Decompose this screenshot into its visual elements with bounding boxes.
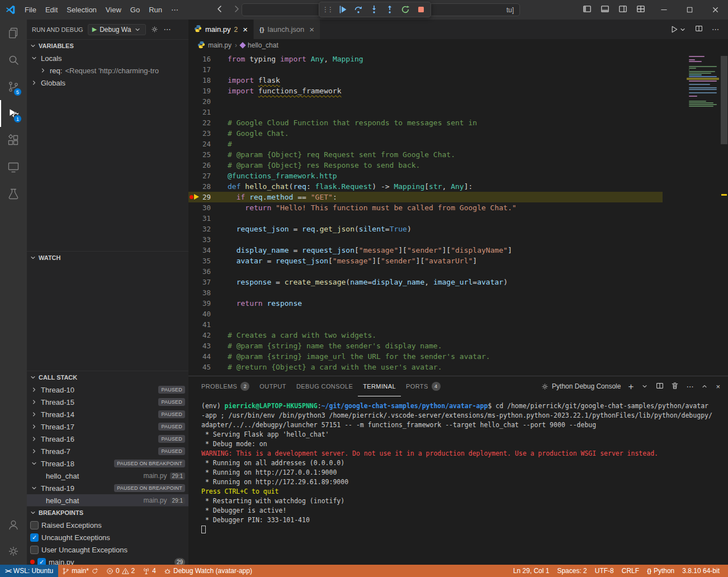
callstack-thread[interactable]: Thread-18PAUSED ON BREAKPOINT — [27, 457, 188, 470]
kill-terminal-button[interactable] — [671, 382, 679, 391]
variables-header[interactable]: VARIABLES — [27, 40, 188, 52]
panel-tab-terminal[interactable]: TERMINAL — [358, 376, 401, 396]
call-stack-header[interactable]: CALL STACK — [27, 371, 188, 384]
panel-tab-ports[interactable]: PORTS4 — [401, 376, 446, 396]
editor-gutter[interactable]: 19 — [188, 86, 220, 96]
close-button[interactable] — [702, 0, 728, 20]
line-number[interactable]: 27 — [202, 172, 211, 180]
toggle-panel-button[interactable] — [601, 4, 609, 15]
activitybar-testing[interactable] — [0, 181, 27, 207]
menu-edit[interactable]: Edit — [41, 3, 62, 16]
activitybar-run-and-debug[interactable]: 1 — [0, 100, 27, 127]
callstack-frame[interactable]: hello_chatmain.py29:1 — [27, 470, 188, 482]
editor-gutter[interactable]: 30 — [188, 202, 220, 213]
editor-gutter[interactable]: 43 — [188, 340, 220, 351]
editor-gutter[interactable]: 40 — [188, 309, 220, 319]
toggle-primary-sidebar-button[interactable] — [583, 4, 592, 15]
status-encoding[interactable]: UTF-8 — [591, 565, 618, 577]
step-into-button[interactable] — [367, 3, 381, 16]
editor-gutter[interactable]: 26 — [188, 160, 220, 171]
line-number[interactable]: 29 — [202, 193, 211, 201]
line-number[interactable]: 17 — [202, 65, 211, 74]
tab-main.py[interactable]: main.py2× — [188, 20, 254, 39]
editor-gutter[interactable]: 38 — [188, 287, 220, 298]
line-number[interactable]: 44 — [202, 352, 211, 361]
status-indentation[interactable]: Spaces: 2 — [553, 565, 590, 577]
editor-gutter[interactable]: 27 — [188, 171, 220, 181]
line-number[interactable]: 37 — [202, 278, 211, 286]
line-number[interactable]: 34 — [202, 246, 211, 254]
line-number[interactable]: 42 — [202, 331, 211, 339]
line-number[interactable]: 26 — [202, 161, 211, 169]
line-number[interactable]: 21 — [202, 108, 211, 116]
editor-gutter[interactable]: 37 — [188, 277, 220, 287]
editor-gutter[interactable]: 42 — [188, 330, 220, 340]
line-number[interactable]: 35 — [202, 257, 211, 265]
status-problems[interactable]: 02 — [102, 565, 139, 577]
forward-button[interactable] — [232, 4, 241, 15]
views-more-actions-button[interactable]: ⋯ — [163, 25, 171, 34]
maximize-button[interactable] — [677, 0, 702, 20]
back-button[interactable] — [215, 4, 224, 15]
status-ports-forwarded[interactable]: 4 — [139, 565, 160, 577]
editor-gutter[interactable]: 24 — [188, 139, 220, 149]
callstack-thread[interactable]: Thread-16PAUSED — [27, 433, 188, 445]
callstack-thread[interactable]: Thread-19PAUSED ON BREAKPOINT — [27, 482, 188, 494]
line-number[interactable]: 32 — [202, 225, 211, 233]
editor-gutter[interactable]: 34 — [188, 245, 220, 256]
line-number[interactable]: 19 — [202, 87, 211, 95]
menu-more[interactable]: ⋯ — [167, 3, 183, 16]
breakpoint-uncaught-exceptions[interactable]: ✓Uncaught Exceptions — [27, 531, 188, 543]
tab-close-button[interactable]: × — [309, 25, 314, 34]
editor-gutter[interactable]: 21 — [188, 107, 220, 117]
callstack-frame[interactable]: hello_chatmain.py29:1 — [27, 494, 188, 506]
line-number[interactable]: 22 — [202, 119, 211, 127]
menu-selection[interactable]: Selection — [62, 3, 101, 16]
status-cursor-position[interactable]: Ln 29, Col 1 — [509, 565, 554, 577]
toggle-secondary-sidebar-button[interactable] — [618, 4, 627, 15]
status-eol[interactable]: CRLF — [618, 565, 643, 577]
callstack-thread[interactable]: Thread-7PAUSED — [27, 445, 188, 457]
new-terminal-button[interactable]: + — [628, 382, 634, 391]
activitybar-files[interactable] — [0, 20, 27, 46]
panel-tab-problems[interactable]: PROBLEMS2 — [196, 376, 254, 396]
editor-gutter[interactable]: 25 — [188, 149, 220, 160]
debug-toolbar-drag-handle[interactable]: ⋮⋮ — [322, 6, 332, 13]
step-over-button[interactable] — [351, 3, 365, 16]
breakpoint-checkbox[interactable]: ✓ — [37, 558, 46, 565]
status-debug-status[interactable]: Debug Watch (avatar-app) — [160, 565, 256, 577]
customize-layout-button[interactable] — [636, 4, 645, 15]
activitybar-settings[interactable] — [0, 538, 27, 565]
variable-req[interactable]: req: <Request 'http://charming-tro — [27, 64, 188, 77]
terminal-output[interactable]: (env) pierrick@LAPTOP-HKU5PNNG:~/git/goo… — [188, 396, 728, 565]
callstack-thread[interactable]: Thread-15PAUSED — [27, 396, 188, 408]
line-number[interactable]: 33 — [202, 235, 211, 244]
editor-gutter[interactable]: 23 — [188, 128, 220, 139]
line-number[interactable]: 45 — [202, 363, 211, 371]
breakpoint-checkbox[interactable] — [30, 546, 39, 554]
activitybar-extensions[interactable] — [0, 127, 27, 154]
panel-tab-debug-console[interactable]: DEBUG CONSOLE — [291, 376, 358, 396]
stop-button[interactable] — [414, 3, 428, 16]
status-python-interpreter[interactable]: 3.8.10 64-bit — [678, 565, 724, 577]
editor-gutter[interactable]: 33 — [188, 234, 220, 245]
callstack-thread[interactable]: Thread-14PAUSED — [27, 408, 188, 420]
run-python-file-button[interactable] — [670, 25, 686, 34]
line-number[interactable]: 30 — [202, 204, 211, 212]
code-editor[interactable]: 16from typing import Any, Mapping1718imp… — [188, 51, 728, 376]
activitybar-account[interactable] — [0, 511, 27, 538]
line-number[interactable]: 36 — [202, 267, 211, 276]
menu-view[interactable]: View — [101, 3, 126, 16]
breadcrumb-item-main.py[interactable]: main.py — [197, 41, 231, 50]
watch-header[interactable]: WATCH — [27, 252, 188, 264]
line-number[interactable]: 38 — [202, 288, 211, 297]
editor-scrollbar[interactable] — [721, 56, 727, 144]
editor-more-actions-button[interactable]: ⋯ — [712, 25, 719, 34]
line-number[interactable]: 28 — [202, 182, 211, 191]
line-number[interactable]: 18 — [202, 76, 211, 84]
editor-gutter[interactable]: 32 — [188, 224, 220, 234]
split-terminal-button[interactable] — [656, 382, 664, 391]
start-debug-icon[interactable]: ▶ — [92, 26, 97, 33]
maximize-panel-button[interactable] — [701, 382, 708, 390]
tab-launch.json[interactable]: {}launch.json× — [254, 20, 320, 39]
